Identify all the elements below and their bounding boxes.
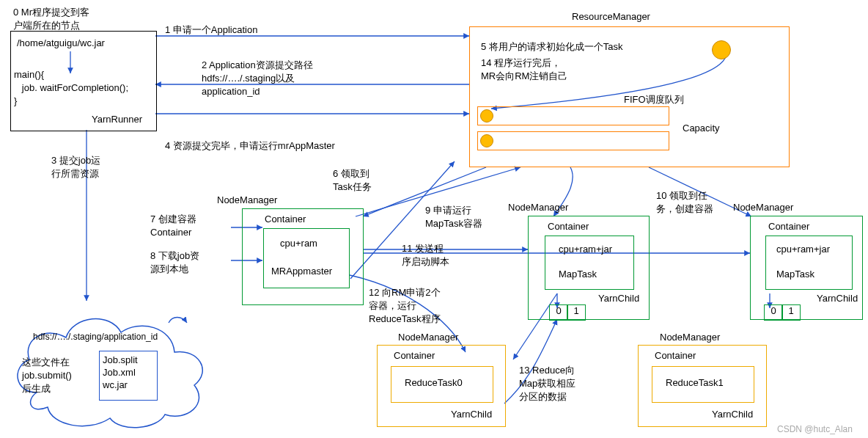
nm4-task: ReduceTask0: [405, 377, 463, 388]
client-code: main(){ job. waitForCompletion(); }: [14, 68, 128, 109]
step-7: 7 创建容器 Container: [150, 213, 196, 239]
hdfs-path: hdfs://…./.staging/application_id: [33, 332, 158, 342]
nm3-child: YarnChild: [817, 293, 858, 304]
step-10: 10 领取到任 务，创建容器: [656, 189, 713, 216]
rm-title: ResourceManager: [572, 11, 650, 22]
nm3-inner: cpu+ram+jar MapTask: [765, 236, 853, 290]
step-8: 8 下载job资 源到本地: [150, 249, 199, 276]
nm2-box: Container cpu+ram+jar MapTask YarnChild …: [528, 216, 650, 320]
nm5-title: NodeManager: [660, 332, 720, 343]
client-runner: YarnRunner: [92, 114, 142, 125]
nm2-title: NodeManager: [508, 202, 568, 213]
step-1: 1 申请一个Application: [165, 23, 257, 37]
hdfs-note: 这些文件在 job.submit() 后生成: [22, 356, 72, 396]
nm3-task: MapTask: [776, 269, 814, 280]
nm5-task: ReduceTask1: [666, 377, 724, 388]
nm3-box: Container cpu+ram+jar MapTask YarnChild …: [750, 216, 863, 320]
step-11: 11 发送程 序启动脚本: [402, 242, 449, 269]
nm1-task: MRAppmaster: [271, 266, 332, 277]
nm4-container: Container: [394, 350, 435, 361]
nm4-title: NodeManager: [398, 332, 458, 343]
hdfs-files: Job.split Job.xml wc.jar: [99, 351, 158, 401]
nm1-inner: cpu+ram MRAppmaster: [263, 228, 350, 288]
step-2: 2 Application资源提交路径 hdfs://…./.staging以及…: [202, 59, 313, 99]
nm2-task: MapTask: [559, 269, 597, 280]
task-circle: [712, 40, 731, 59]
nm2-container: Container: [548, 221, 589, 232]
queue-item-1: [480, 109, 493, 123]
queue-label: FIFO调度队列: [624, 93, 684, 106]
queue-slot-2: [477, 131, 669, 150]
nm5-box: Container ReduceTask1 YarnChild: [638, 345, 767, 427]
client-box: /home/atguigu/wc.jar main(){ job. waitFo…: [10, 31, 157, 131]
client-path: /home/atguigu/wc.jar: [17, 37, 105, 48]
rm-capacity: Capacity: [683, 123, 720, 134]
nm3-p1: 1: [781, 304, 801, 321]
nm3-body: cpu+ram+jar: [776, 244, 830, 255]
client-title: 0 Mr程序提交到客 户端所在的节点: [13, 6, 89, 32]
nm5-inner: ReduceTask1: [652, 366, 754, 403]
nm5-container: Container: [655, 350, 696, 361]
queue-item-2: [480, 134, 493, 147]
nm4-child: YarnChild: [451, 409, 492, 420]
nm2-body: cpu+ram+jar: [559, 244, 612, 255]
nm2-p1: 1: [567, 304, 586, 321]
rm-finish: 14 程序运行完后， MR会向RM注销自己: [481, 56, 567, 83]
step-4: 4 资源提交完毕，申请运行mrAppMaster: [165, 139, 335, 153]
watermark: CSDN @hutc_Alan: [777, 424, 853, 434]
nm1-box: Container cpu+ram MRAppmaster: [242, 208, 364, 305]
rm-taskinit: 5 将用户的请求初始化成一个Task: [481, 40, 623, 54]
nm2-child: YarnChild: [598, 293, 639, 304]
step-12: 12 向RM申请2个 容器，运行 ReduceTask程序: [369, 286, 441, 326]
nm2-p0: 0: [549, 304, 568, 321]
nm1-title: NodeManager: [217, 194, 277, 205]
nm3-title: NodeManager: [733, 202, 793, 213]
nm4-inner: ReduceTask0: [391, 366, 493, 403]
step-3: 3 提交job运 行所需资源: [51, 154, 100, 180]
nm3-container: Container: [768, 221, 809, 232]
nm4-box: Container ReduceTask0 YarnChild: [377, 345, 506, 427]
rm-box: 5 将用户的请求初始化成一个Task 14 程序运行完后， MR会向RM注销自己…: [469, 26, 790, 167]
nm3-p0: 0: [764, 304, 783, 321]
nm1-container: Container: [265, 213, 306, 225]
step-13: 13 Reduce向 Map获取相应 分区的数据: [519, 364, 575, 404]
nm2-inner: cpu+ram+jar MapTask: [545, 236, 634, 290]
step-9: 9 申请运行 MapTask容器: [425, 204, 482, 230]
step-6: 6 领取到 Task任务: [333, 167, 372, 194]
nm5-child: YarnChild: [712, 409, 753, 420]
queue-slot-1: [477, 106, 669, 125]
nm1-body: cpu+ram: [280, 238, 317, 249]
